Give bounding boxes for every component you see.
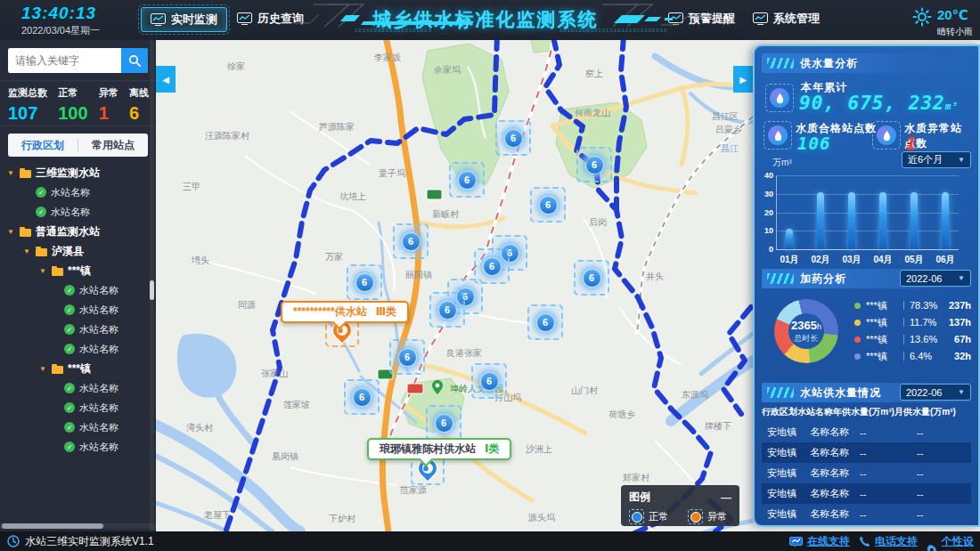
- tree-item[interactable]: ▼ ✓ 水站名称: [0, 437, 150, 457]
- chevron-down-icon[interactable]: ▼: [7, 228, 15, 236]
- station-cluster-marker[interactable]: 6: [449, 162, 485, 198]
- normal-station-callout[interactable]: 琅琊镇雅陈村供水站 Ⅰ类: [367, 438, 511, 460]
- binary-decoration-left: 10101010101010101010: [355, 28, 432, 33]
- stat-item: 正常 100: [58, 86, 87, 124]
- callout-station-name: 琅琊镇雅陈村供水站: [380, 442, 476, 457]
- table-row[interactable]: 安地镇 名称名称 -- --: [762, 442, 971, 463]
- map-place-label: 童子坞: [379, 167, 405, 180]
- tree-item-label: 水站名称: [51, 206, 90, 219]
- station-status-icon: ✓: [64, 344, 75, 354]
- chevron-down-icon[interactable]: ▼: [23, 247, 31, 255]
- abnormal-station-callout[interactable]: **********供水站 Ⅲ类: [281, 301, 409, 323]
- table-row[interactable]: 安地镇 名称名称 -- --: [762, 463, 971, 483]
- sidebar-horizontal-scrollbar-thumb[interactable]: [2, 523, 103, 529]
- station-search: [8, 48, 148, 73]
- chevron-down-icon[interactable]: ▼: [7, 169, 15, 177]
- range-select[interactable]: 近6个月▼: [902, 151, 971, 168]
- brand-text: 水站三维实时监测系统V1.1: [25, 534, 154, 549]
- station-status-icon: ✓: [64, 402, 75, 413]
- tree-item[interactable]: ▼ ✓ 三维监测水站: [0, 163, 150, 182]
- map-place-label: 下炉村: [329, 513, 355, 525]
- water-drop-icon: [775, 93, 785, 104]
- station-cluster-marker[interactable]: 6: [574, 260, 609, 296]
- map-place-label: 牌楼下: [705, 420, 731, 433]
- map-place-label: 东源坞: [682, 389, 708, 401]
- tree-item[interactable]: ▼ ✓ 水站名称: [0, 202, 150, 222]
- donut-total-unit: h: [817, 322, 821, 331]
- tree-item[interactable]: ▼ ✓ 水站名称: [0, 339, 150, 359]
- left-sidebar: 监测总数 107 正常 100 异常 1 离线 6 行政区划 常用站点: [0, 40, 156, 531]
- panel-expand-button[interactable]: ▶: [733, 66, 753, 93]
- nav-realtime-monitor[interactable]: 实时监测: [141, 7, 227, 32]
- station-cluster-marker[interactable]: 6: [530, 187, 566, 223]
- table-row[interactable]: 安地镇 名称名称 -- --: [762, 483, 971, 504]
- dosing-month-value: 2022-06: [906, 273, 942, 284]
- legend-collapse-button[interactable]: —: [721, 491, 731, 504]
- station-cluster-marker[interactable]: 6: [527, 304, 563, 340]
- cell-year-volume: --: [860, 489, 917, 499]
- nav-alert-reminder[interactable]: 预警提醒: [668, 11, 735, 27]
- personal-settings-link[interactable]: 个性设置: [927, 534, 980, 551]
- tree-item[interactable]: ▼ ✓ 水站名称: [0, 182, 150, 202]
- station-cluster-marker[interactable]: 6: [347, 264, 382, 300]
- tree-item[interactable]: ▼ ✓ 普通监测水站: [0, 222, 150, 241]
- map-place-label: 徐家: [227, 61, 245, 73]
- chevron-down-icon: ▼: [958, 274, 965, 282]
- online-support-link[interactable]: 在线支持: [789, 534, 850, 549]
- map-place-label: 湾头村: [186, 422, 213, 434]
- legend-item[interactable]: 正常: [629, 509, 668, 524]
- nav-history-query[interactable]: 历史查询: [237, 11, 304, 27]
- legend-item-label: 异常: [707, 510, 727, 523]
- table-row[interactable]: 安地镇 名称名称 -- --: [762, 422, 971, 442]
- stat-label: 离线: [129, 86, 149, 100]
- tree-item[interactable]: ▼ ✓ 水站名称: [0, 320, 150, 339]
- table-row[interactable]: 安地镇 名称名称 -- --: [762, 504, 971, 524]
- tree-item[interactable]: ▼ ✓ 水站名称: [0, 378, 150, 398]
- cluster-count: 6: [480, 372, 499, 391]
- station-cluster-marker[interactable]: 6: [393, 223, 429, 259]
- search-input[interactable]: [8, 48, 121, 73]
- nav-system-management[interactable]: 系统管理: [753, 11, 820, 27]
- station-cluster-marker[interactable]: 6: [344, 379, 380, 415]
- station-cluster-marker[interactable]: 6: [426, 405, 461, 441]
- chevron-down-icon[interactable]: ▼: [39, 267, 47, 275]
- legend-percent: 13.6%: [910, 334, 945, 344]
- legend-dot-icon: [854, 353, 861, 360]
- stations-month-select[interactable]: 2022-06▼: [900, 384, 971, 401]
- tree-item[interactable]: ▼ ✓ 水站名称: [0, 398, 150, 417]
- tab-common-stations[interactable]: 常用站点: [78, 138, 148, 153]
- phone-support-link[interactable]: 电话支持: [859, 534, 918, 549]
- cell-month-volume: --: [917, 489, 966, 499]
- sidebar-collapse-button[interactable]: ◀: [156, 66, 176, 93]
- station-cluster-marker[interactable]: 6: [495, 120, 531, 156]
- chevron-down-icon[interactable]: ▼: [39, 365, 47, 373]
- dosing-month-select[interactable]: 2022-06▼: [900, 270, 971, 287]
- tree-item[interactable]: ▼ ✓ 泸溪县: [0, 241, 150, 261]
- sidebar-vertical-scrollbar-thumb[interactable]: [150, 280, 154, 300]
- search-button[interactable]: [121, 48, 148, 73]
- legend-title: 图例: [629, 490, 650, 505]
- station-cluster-marker[interactable]: 6: [429, 292, 465, 328]
- folder-icon: [20, 229, 31, 237]
- tree-item[interactable]: ▼ ✓ ***镇: [0, 261, 150, 280]
- folder-icon: [20, 170, 31, 178]
- tree-item[interactable]: ▼ ✓ 水站名称: [0, 280, 150, 300]
- map-place-label: 同源: [238, 299, 256, 312]
- station-status-icon: ✓: [64, 324, 75, 335]
- tab-admin-region[interactable]: 行政区划: [8, 138, 78, 153]
- stat-label: 正常: [58, 86, 87, 100]
- quality-bad-value: 1: [906, 134, 917, 153]
- station-status-icon: ✓: [36, 187, 46, 198]
- weather-temp: 20℃: [937, 7, 973, 23]
- dosing-donut-chart: 2365h 总时长: [774, 299, 838, 363]
- tree-item[interactable]: ▼ ✓ ***镇: [0, 359, 150, 378]
- station-cluster-marker[interactable]: 6: [576, 147, 612, 182]
- legend-item[interactable]: 异常: [688, 509, 727, 524]
- map-place-label: 三甲: [183, 181, 200, 193]
- tree-item[interactable]: ▼ ✓ 水站名称: [0, 417, 150, 437]
- tree-item[interactable]: ▼ ✓ 水站名称: [0, 300, 150, 320]
- station-cluster-marker[interactable]: 6: [471, 363, 507, 399]
- section-title: 供水量分析: [800, 56, 858, 71]
- quality-ok-icon: [764, 121, 792, 150]
- station-cluster-marker[interactable]: 6: [389, 339, 425, 375]
